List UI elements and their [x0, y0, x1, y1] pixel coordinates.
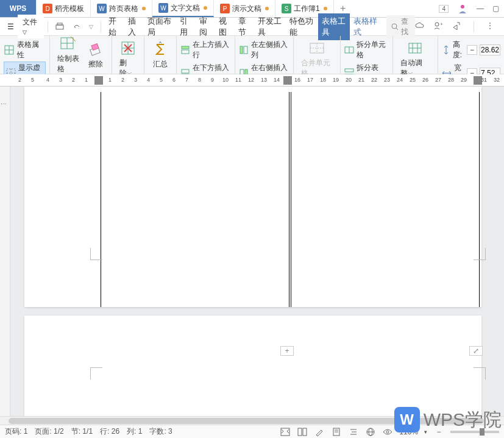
print-icon[interactable]: [51, 19, 68, 34]
insert-left-icon: [239, 44, 249, 55]
avatar-icon[interactable]: [457, 3, 468, 14]
table-properties-icon: [4, 44, 15, 55]
status-chars[interactable]: 字数: 3: [149, 426, 172, 437]
more-icon[interactable]: ⋮: [486, 21, 494, 32]
left-sidebar: ⋮: [0, 87, 10, 425]
merge-icon: [308, 40, 325, 57]
modified-dot-icon: [204, 6, 207, 10]
insert-above-icon: [180, 44, 190, 55]
tab-label: 演示文稿: [232, 4, 261, 14]
autofit-button[interactable]: 自动调整﹀: [397, 38, 434, 80]
ruler-margin-right[interactable]: [283, 76, 292, 85]
svg-rect-27: [244, 46, 247, 54]
titlebar-right: 4 — ▢: [439, 0, 504, 17]
split-cells-icon: [344, 44, 354, 55]
ribbon: 表格属性 显示虚框 绘制表格 擦除 删除﹀ 汇总 在上方插入行 在下方插入行 在…: [0, 36, 504, 74]
scrollbar-thumb[interactable]: [9, 418, 484, 424]
share-icon[interactable]: [452, 21, 461, 32]
menubar-right: + ⋮: [415, 21, 500, 32]
insert-col-left-button[interactable]: 在左侧插入列: [239, 38, 289, 62]
zoom-out-button[interactable]: −: [433, 426, 444, 437]
zoom-slider-knob[interactable]: [480, 428, 484, 436]
sum-icon: [152, 41, 169, 58]
height-input[interactable]: [480, 44, 500, 55]
print-layout-icon[interactable]: [331, 426, 342, 437]
status-page[interactable]: 页面: 1/2: [35, 426, 63, 437]
doc-tab-daoke[interactable]: D 稻壳模板: [37, 0, 91, 17]
tab-label: 稻壳模板: [55, 4, 84, 14]
redo-dropdown[interactable]: ▽: [85, 21, 97, 32]
table-column[interactable]: [101, 92, 289, 307]
status-section[interactable]: 节: 1/1: [71, 426, 93, 437]
autofit-icon: [406, 40, 424, 57]
spreadsheet-icon: S: [282, 4, 291, 13]
fullscreen-button[interactable]: ⤢: [469, 346, 483, 356]
ribbon-group-draw: 绘制表格 擦除: [50, 36, 112, 74]
minimize-button[interactable]: —: [477, 4, 484, 13]
svg-rect-23: [182, 50, 189, 54]
ribbon-group-insert-rows: 在上方插入行 在下方插入行: [177, 36, 235, 74]
insert-element-button[interactable]: +: [280, 346, 294, 356]
page-crop-mark: [90, 248, 102, 260]
status-line[interactable]: 行: 26: [100, 426, 119, 437]
row-height-control: 高度: −: [442, 38, 500, 62]
draw-table-icon: [60, 35, 77, 52]
sum-button[interactable]: 汇总: [148, 40, 172, 71]
eye-icon[interactable]: [382, 426, 393, 437]
maximize-button[interactable]: ▢: [492, 4, 499, 13]
read-mode-icon[interactable]: [297, 426, 308, 437]
statusbar-right: 110%▾ −: [280, 426, 499, 437]
svg-rect-36: [345, 69, 353, 72]
zoom-level[interactable]: 110%: [399, 428, 418, 436]
svg-rect-24: [182, 46, 189, 49]
horizontal-ruler[interactable]: 25 43 21 12 34 56 78 910 1112 1314 16 17…: [0, 74, 504, 87]
horizontal-scrollbar[interactable]: [0, 416, 504, 425]
merge-cells-button[interactable]: 合并单元格: [297, 38, 336, 80]
modified-dot-icon: [324, 7, 327, 10]
hamburger-icon[interactable]: ☰: [4, 20, 18, 34]
page-crop-mark: [474, 367, 486, 380]
height-decrement[interactable]: −: [467, 45, 477, 55]
status-pagecode[interactable]: 页码: 1: [5, 426, 27, 437]
svg-rect-25: [182, 69, 189, 73]
file-menu[interactable]: 文件 ▽: [18, 15, 44, 38]
zoom-slider[interactable]: [450, 431, 499, 433]
svg-point-54: [386, 431, 389, 433]
svg-line-4: [396, 28, 398, 30]
page-1[interactable]: [24, 87, 481, 307]
edit-mode-icon[interactable]: [314, 426, 325, 437]
statusbar: 页码: 1 页面: 1/2 节: 1/1 行: 26 列: 1 字数: 3 11…: [0, 425, 504, 438]
fit-width-icon[interactable]: [280, 426, 291, 437]
web-layout-icon[interactable]: [365, 426, 376, 437]
presentation-icon: P: [220, 4, 230, 13]
draw-table-button[interactable]: 绘制表格: [54, 38, 83, 71]
status-col[interactable]: 列: 1: [127, 426, 142, 437]
delete-button[interactable]: 删除﹀: [116, 38, 140, 80]
table-properties-button[interactable]: 表格属性: [4, 38, 46, 62]
modified-dot-icon: [142, 7, 146, 10]
eraser-icon: [87, 41, 104, 58]
ribbon-group-size: 高度: − 宽度: −: [438, 36, 504, 74]
ribbon-group-merge: 合并单元格: [294, 36, 341, 74]
outline-icon[interactable]: [348, 426, 359, 437]
tab-label: 工作簿1: [294, 4, 320, 14]
sidebar-tool-1[interactable]: ⋮: [0, 87, 8, 121]
undo-icon[interactable]: [68, 19, 85, 34]
insert-row-above-button[interactable]: 在上方插入行: [180, 38, 231, 62]
notification-badge[interactable]: 4: [439, 5, 449, 13]
cloud-icon[interactable]: [415, 21, 425, 32]
writer-icon: W: [97, 4, 107, 13]
eraser-button[interactable]: 擦除: [83, 38, 108, 71]
page-2[interactable]: + ⤢: [24, 316, 481, 425]
user-add-icon[interactable]: +: [433, 21, 443, 32]
svg-rect-1: [56, 25, 63, 29]
svg-point-5: [435, 23, 439, 26]
svg-rect-17: [91, 43, 99, 50]
split-cells-button[interactable]: 拆分单元格: [344, 38, 389, 62]
svg-text:+: +: [440, 21, 443, 27]
table-column[interactable]: [291, 92, 480, 307]
ruler-margin-left[interactable]: [94, 76, 103, 85]
document-area: ⋮ + ⤢: [0, 87, 504, 425]
separator: [48, 21, 48, 32]
search-box[interactable]: 查找: [386, 15, 415, 38]
